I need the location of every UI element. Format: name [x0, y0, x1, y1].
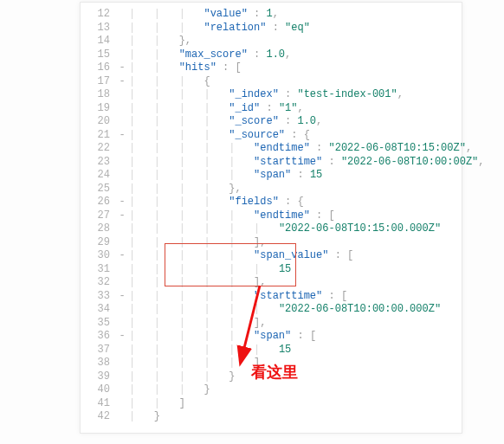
line-number: 32 [81, 276, 117, 290]
line-number: 29 [81, 236, 117, 250]
line-number: 31 [81, 263, 117, 277]
fold-gutter[interactable]: - [117, 209, 127, 223]
code-line: 15| | "max_score" : 1.0, [81, 48, 462, 62]
code-line: 12| | | "value" : 1, [81, 8, 462, 22]
code-line: 27-| | | | | "endtime" : [ [81, 209, 462, 223]
line-number: 14 [81, 35, 117, 48]
code-line: 36-| | | | | "span" : [ [81, 330, 462, 344]
fold-gutter[interactable]: - [117, 290, 127, 304]
code-line: 42| } [81, 410, 462, 424]
fold-gutter[interactable]: - [117, 129, 127, 143]
code-line: 33-| | | | | "starttime" : [ [81, 290, 462, 304]
line-number: 35 [81, 317, 117, 331]
code-content: | | | "relation" : "eq" [127, 22, 462, 35]
code-content: | | ] [127, 397, 462, 411]
code-line: 28| | | | | | "2022-06-08T10:15:00.000Z" [81, 222, 462, 236]
line-number: 28 [81, 222, 117, 236]
code-block: 12| | | "value" : 1,13| | | "relation" :… [80, 2, 462, 434]
fold-gutter[interactable]: - [117, 249, 127, 263]
code-line: 21-| | | | "_source" : { [81, 129, 462, 143]
code-content: | | "hits" : [ [127, 61, 462, 75]
line-number: 21 [81, 129, 117, 143]
code-line: 18| | | | "_index" : "test-index-001", [81, 88, 462, 102]
code-content: | | | | "fields" : { [127, 196, 462, 209]
code-content: | | | | | | "2022-06-08T10:15:00.000Z" [127, 222, 462, 236]
code-content: | | | | | "starttime" : "2022-06-08T10:0… [127, 156, 485, 170]
code-line: 19| | | | "_id" : "1", [81, 102, 462, 116]
code-content: | | | | | "endtime" : [ [127, 209, 462, 223]
line-number: 39 [81, 370, 117, 384]
code-line: 35| | | | | ], [81, 317, 462, 331]
code-content: | | | | | | "2022-06-08T10:00:00.000Z" [127, 303, 462, 317]
code-line: 13| | | "relation" : "eq" [81, 22, 462, 35]
code-line: 20| | | | "_score" : 1.0, [81, 115, 462, 129]
code-line: 34| | | | | | "2022-06-08T10:00:00.000Z" [81, 303, 462, 317]
code-line: 17-| | | { [81, 75, 462, 89]
code-content: | | | | "_id" : "1", [127, 102, 462, 116]
code-line: 29| | | | | ], [81, 236, 462, 250]
line-number: 40 [81, 383, 117, 397]
code-content: | | | | | ] [127, 357, 462, 370]
line-number: 23 [81, 156, 117, 170]
code-line: 32| | | | | ], [81, 276, 462, 290]
code-line: 40| | | } [81, 383, 462, 397]
code-content: | | | | | "span" : 15 [127, 169, 462, 183]
line-number: 36 [81, 330, 117, 344]
code-content: | | | } [127, 383, 462, 397]
code-content: | | | | | ], [127, 236, 462, 250]
line-number: 37 [81, 344, 117, 357]
code-content: | | | | }, [127, 183, 462, 196]
line-number: 30 [81, 249, 117, 263]
line-number: 17 [81, 75, 117, 89]
code-content: | | | | | ], [127, 317, 462, 331]
code-line: 23| | | | | "starttime" : "2022-06-08T10… [81, 156, 462, 170]
line-number: 15 [81, 48, 117, 62]
code-content: | | | | | "endtime" : "2022-06-08T10:15:… [127, 142, 472, 156]
line-number: 38 [81, 357, 117, 370]
code-content: | | }, [127, 35, 462, 48]
line-number: 19 [81, 102, 117, 116]
code-content: | | "max_score" : 1.0, [127, 48, 462, 62]
code-line: 31| | | | | | 15 [81, 263, 462, 277]
code-line: 38| | | | | ] [81, 357, 462, 370]
line-number: 18 [81, 88, 117, 102]
code-content: | | | | } [127, 370, 462, 384]
line-number: 22 [81, 142, 117, 156]
code-line: 41| | ] [81, 397, 462, 411]
code-line: 37| | | | | | 15 [81, 344, 462, 357]
code-content: | | | | "_source" : { [127, 129, 462, 143]
fold-gutter[interactable]: - [117, 330, 127, 344]
code-line: 16-| | "hits" : [ [81, 61, 462, 75]
code-line: 25| | | | }, [81, 183, 462, 196]
line-number: 26 [81, 196, 117, 209]
code-content: | | | | | "span_value" : [ [127, 249, 462, 263]
code-line: 30-| | | | | "span_value" : [ [81, 249, 462, 263]
fold-gutter[interactable]: - [117, 196, 127, 209]
code-line: 14| | }, [81, 35, 462, 48]
line-number: 27 [81, 209, 117, 223]
fold-gutter[interactable]: - [117, 75, 127, 89]
code-content: | | | "value" : 1, [127, 8, 462, 22]
line-number: 13 [81, 22, 117, 35]
code-content: | | | | | | 15 [127, 344, 462, 357]
code-content: | | | | "_index" : "test-index-001", [127, 88, 462, 102]
line-number: 20 [81, 115, 117, 129]
line-number: 41 [81, 397, 117, 411]
code-content: | } [127, 410, 462, 424]
code-content: | | | | | "span" : [ [127, 330, 462, 344]
code-line: 39| | | | } [81, 370, 462, 384]
code-content: | | | | "_score" : 1.0, [127, 115, 462, 129]
line-number: 12 [81, 8, 117, 22]
line-number: 33 [81, 290, 117, 304]
code-content: | | | { [127, 75, 462, 89]
line-number: 25 [81, 183, 117, 196]
code-content: | | | | | "starttime" : [ [127, 290, 462, 304]
fold-gutter[interactable]: - [117, 61, 127, 75]
code-line: 24| | | | | "span" : 15 [81, 169, 462, 183]
line-number: 42 [81, 410, 117, 424]
line-number: 16 [81, 61, 117, 75]
line-number: 24 [81, 169, 117, 183]
code-content: | | | | | | 15 [127, 263, 462, 277]
code-content: | | | | | ], [127, 276, 462, 290]
code-line: 22| | | | | "endtime" : "2022-06-08T10:1… [81, 142, 462, 156]
